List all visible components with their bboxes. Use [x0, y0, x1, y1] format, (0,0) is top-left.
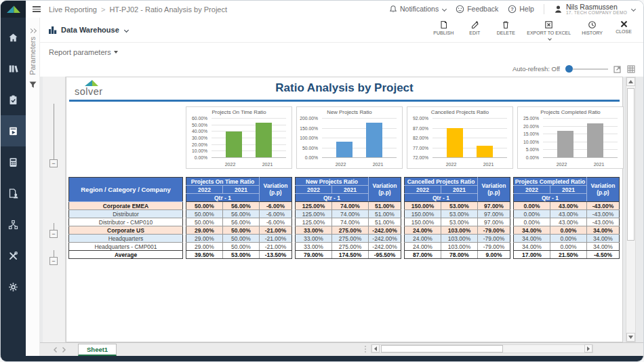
sidebar-item-home[interactable] [1, 22, 26, 53]
hamburger-menu-icon[interactable] [33, 5, 42, 14]
close-label: CLOSE [616, 29, 632, 34]
table-cell: 43.00% [550, 202, 587, 210]
sidebar-item-budget[interactable] [1, 146, 26, 178]
report-toolbar: Data Warehouse PUBLISH EDIT [40, 18, 643, 43]
table-wrap: Region / Category / CompanyProjects On T… [68, 177, 620, 259]
x-axis-tick: 2021 [594, 162, 605, 167]
table-cell: 51.00% [369, 218, 401, 226]
table-cell: 51.00% [369, 202, 401, 210]
table-cell: 39.50% [186, 251, 223, 259]
table-cell: -43.00% [587, 202, 620, 210]
table-cell: -21.00% [260, 235, 292, 243]
table-row: Corporate US29.00%50.00%-21.00%33.00%275… [69, 226, 620, 235]
table-cell: -79.00% [478, 243, 510, 251]
sidebar-item-tools[interactable] [1, 240, 26, 271]
sheet-next-button[interactable] [62, 347, 66, 353]
user-menu[interactable]: Nils Rasmussen 17. Tech Company Demo [554, 3, 635, 16]
report-parameters-dropdown[interactable]: Report parameters [49, 48, 111, 56]
y-axis-tick: 5.00% [526, 147, 539, 152]
charts-row: Projects On Time Ratio60.00%50.00%40.00%… [186, 106, 624, 169]
grid-icon[interactable] [627, 65, 635, 73]
table-cell: -79.00% [478, 226, 510, 235]
panel-title: Parameters [28, 37, 37, 75]
feedback-button[interactable]: Feedback [456, 5, 498, 14]
delete-label: DELETE [497, 31, 515, 35]
expand-panel-button[interactable] [29, 23, 36, 30]
outline-collapse-button[interactable]: − [49, 230, 58, 238]
table-cell: 74.00% [332, 218, 369, 226]
column-header: 2021 [332, 186, 369, 194]
column-header: 2022 [296, 186, 332, 194]
scroll-right-button[interactable] [584, 344, 592, 353]
sheet-tab[interactable]: Sheet1 [78, 344, 117, 356]
table-cell: 125.00% [296, 210, 332, 218]
feedback-label: Feedback [467, 5, 498, 13]
bar [226, 132, 242, 157]
chart-title: New Projects Ratio [297, 109, 402, 115]
splitter-handle[interactable] [365, 346, 366, 353]
x-axis-tick: 2022 [557, 162, 567, 167]
sidebar-item-user-docs[interactable] [1, 178, 26, 209]
vertical-scrollbar[interactable] [626, 77, 636, 342]
y-axis-tick: 0.00% [305, 155, 318, 160]
table-cell: 29.00% [186, 226, 223, 235]
filter-funnel-icon[interactable] [29, 81, 37, 89]
user-name: Nils Rasmussen [566, 3, 627, 11]
column-header: Region / Category / Company [69, 178, 183, 202]
slider-track [573, 68, 608, 70]
table-cell: 56.00% [223, 210, 260, 218]
y-axis-tick: 82.00% [413, 136, 428, 140]
chart-panel: Cancelled Projects Ratio92.00%87.00%82.0… [407, 106, 513, 169]
horizontal-scroll-thumb[interactable] [381, 345, 503, 353]
sidebar-item-reports[interactable] [1, 115, 26, 146]
sidebar-item-tasks[interactable] [1, 84, 26, 115]
app-logo[interactable] [1, 1, 26, 18]
y-axis-tick: 77.00% [413, 145, 428, 150]
outline-collapse-button[interactable]: − [49, 159, 58, 167]
slider-knob[interactable] [565, 65, 573, 73]
close-button[interactable]: CLOSE [613, 20, 634, 40]
data-source-dropdown[interactable]: Data Warehouse [48, 26, 128, 35]
bell-icon [389, 5, 397, 14]
breadcrumb-section[interactable]: Live Reporting [49, 5, 97, 14]
column-header: Projects Completed Ratio [514, 178, 587, 186]
sidebar-item-settings[interactable] [1, 271, 26, 302]
scroll-left-button[interactable] [371, 344, 380, 353]
delete-button[interactable]: DELETE [496, 20, 516, 40]
sidebar-item-integrations[interactable] [1, 209, 26, 240]
integrations-icon [7, 219, 19, 230]
table-cell: 9.00% [478, 251, 510, 259]
table-cell: 34.00% [587, 243, 620, 251]
table-cell: -43.00% [587, 218, 620, 226]
autorefresh-slider[interactable] [565, 65, 608, 73]
column-header: Qtr - 1 [405, 194, 478, 202]
breadcrumb-separator: > [101, 5, 105, 14]
tasks-icon [7, 94, 19, 106]
column-header: Projects On Time Ratio [186, 178, 260, 186]
table-cell: 29.00% [186, 243, 223, 251]
outline-collapse-button[interactable]: − [49, 257, 58, 265]
toolbar-actions: PUBLISH EDIT DELETE EXPORT TO E [433, 20, 634, 40]
publish-button[interactable]: PUBLISH [433, 20, 454, 40]
horizontal-scrollbar[interactable] [371, 344, 593, 353]
table-cell: 34.00% [514, 235, 550, 243]
history-button[interactable]: HISTORY [582, 20, 603, 40]
edit-button[interactable]: EDIT [464, 20, 485, 40]
popout-icon[interactable] [613, 65, 622, 73]
sheet-prev-button[interactable] [54, 347, 57, 353]
notifications-menu[interactable]: Notifications [389, 5, 446, 14]
sheet-area: − − − solver Ratio Analysis by Project [40, 77, 643, 361]
vertical-scroll-thumb[interactable] [627, 88, 635, 241]
table-cell: -4.50% [587, 251, 620, 259]
scroll-down-button[interactable] [626, 333, 635, 342]
table-cell: -242.00% [369, 226, 401, 235]
table-cell: 74.00% [332, 210, 369, 218]
scroll-up-button[interactable] [626, 77, 635, 86]
table-cell: 275.00% [332, 235, 369, 243]
table-cell: 74.00% [332, 202, 369, 210]
table-cell: 79.00% [296, 251, 332, 259]
export-to-excel-button[interactable]: EXPORT TO EXCEL [527, 20, 571, 40]
table-cell: -95.50% [369, 251, 401, 259]
sidebar-item-library[interactable] [1, 53, 26, 84]
help-button[interactable]: ? Help [508, 5, 534, 14]
